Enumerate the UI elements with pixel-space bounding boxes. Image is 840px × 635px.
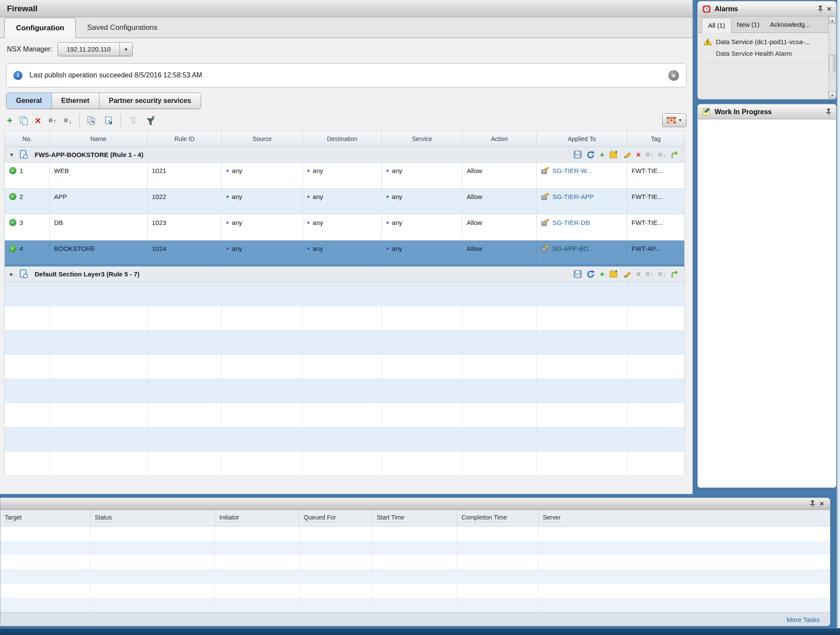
expand-icon[interactable]: ►	[9, 271, 15, 277]
more-tasks-link[interactable]: More Tasks	[787, 616, 820, 623]
copy-rule-icon[interactable]	[20, 116, 28, 125]
col-no[interactable]: No.	[5, 131, 50, 147]
col-completion-time[interactable]: Completion Time	[457, 510, 539, 526]
security-group-icon	[541, 245, 549, 252]
close-icon[interactable]: ×	[827, 5, 831, 13]
move-section-down-icon[interactable]: ≡↓	[658, 151, 666, 159]
rule-row-app[interactable]: ✓2 APP 1022 *any *any *any Allow SG-TIER…	[4, 189, 685, 215]
col-queued-for[interactable]: Queued For	[299, 510, 372, 526]
alarms-tab-new[interactable]: New (1)	[731, 16, 765, 32]
empty-task-row	[0, 598, 830, 612]
refresh-section-icon[interactable]	[587, 270, 595, 279]
col-status[interactable]: Status	[90, 510, 215, 526]
view-tab-partner-security-services[interactable]: Partner security services	[99, 93, 201, 109]
rule-action: Allow	[462, 189, 537, 214]
rule-row-db[interactable]: ✓3 DB 1023 *any *any *any Allow SG-TIER-…	[4, 215, 685, 241]
banner-close-icon[interactable]: ×	[668, 70, 679, 81]
merge-section-icon[interactable]	[671, 270, 678, 278]
window-edge	[837, 0, 840, 628]
tab-configuration[interactable]: Configuration	[4, 18, 76, 38]
rule-no: 4	[19, 245, 23, 252]
scroll-thumb[interactable]	[829, 55, 835, 72]
col-destination[interactable]: Destination	[303, 131, 382, 147]
empty-rule-row	[4, 379, 685, 403]
scroll-up-icon[interactable]: ▲	[829, 17, 836, 24]
move-section-up-icon[interactable]: ≡↑	[645, 151, 653, 159]
alarms-scrollbar[interactable]: ▲ ▼	[828, 17, 836, 99]
alarms-tab-all[interactable]: All (1)	[702, 18, 731, 33]
rule-no: 1	[19, 167, 23, 174]
merge-section-icon[interactable]	[671, 151, 678, 159]
rule-tag: FWT-AP...	[627, 241, 684, 264]
paste-rules-icon[interactable]	[104, 116, 113, 125]
move-section-up-icon[interactable]: ≡↑	[645, 270, 653, 279]
nsx-manager-value: 192.11.220.110	[58, 43, 119, 56]
view-tab-general[interactable]: General	[6, 93, 52, 109]
copy-rules-icon[interactable]	[87, 116, 96, 125]
applied-to-link[interactable]: SG-TIER-W...	[552, 167, 592, 174]
alarm-item[interactable]: Data Service (dc1-pod11-vcsa-...	[703, 38, 825, 45]
edit-section-icon[interactable]	[623, 151, 632, 159]
column-chooser-button[interactable]: ▼	[662, 113, 686, 127]
close-icon[interactable]: ×	[820, 500, 824, 507]
pin-icon[interactable]	[826, 109, 831, 115]
add-rule-in-section-icon[interactable]: +	[600, 151, 605, 159]
add-rule-in-section-icon[interactable]: +	[600, 270, 605, 278]
section-fws-app-bookstore[interactable]: ▼ FWS-APP-BOOKSTORE (Rule 1 - 4) + × ≡↑ …	[4, 147, 685, 163]
applied-to-link[interactable]: SG-TIER-DB	[552, 219, 590, 226]
view-tab-ethernet[interactable]: Ethernet	[52, 93, 99, 109]
edit-section-icon[interactable]	[623, 270, 632, 278]
nsx-manager-dropdown[interactable]: 192.11.220.110 ▼	[58, 42, 133, 56]
collapse-icon[interactable]: ▼	[9, 152, 15, 158]
scroll-down-icon[interactable]: ▼	[829, 92, 836, 99]
col-name[interactable]: Name	[50, 131, 147, 147]
col-service[interactable]: Service	[382, 131, 462, 147]
alarms-tab-acknowledged[interactable]: Acknowledg...	[765, 16, 815, 32]
work-in-progress-icon	[702, 108, 711, 116]
rule-action: Allow	[462, 163, 537, 188]
add-section-folder-icon[interactable]	[609, 151, 619, 159]
firewall-rules-table: No. Name Rule ID Source Destination Serv…	[4, 131, 685, 476]
empty-task-row	[0, 541, 830, 555]
tab-saved-configurations[interactable]: Saved Configurations	[76, 17, 169, 38]
rule-destination: any	[313, 219, 323, 226]
delete-section-icon[interactable]: ×	[636, 151, 641, 159]
dropdown-arrow-icon[interactable]: ▼	[119, 43, 132, 56]
col-applied-to[interactable]: Applied To	[537, 131, 627, 147]
col-server[interactable]: Server	[539, 510, 830, 526]
rule-service: any	[392, 245, 402, 252]
rule-row-bookstore-selected[interactable]: ✓4 BOOKSTORE 1024 *any *any *any Allow S…	[4, 241, 685, 266]
empty-rule-rows	[4, 282, 685, 476]
save-section-icon[interactable]	[574, 151, 582, 159]
refresh-section-icon[interactable]	[587, 151, 595, 159]
save-section-icon[interactable]	[574, 270, 582, 278]
rule-no: 2	[19, 193, 23, 200]
rule-row-web[interactable]: ✓1 WEB 1021 *any *any *any Allow SG-TIER…	[4, 163, 685, 189]
delete-rule-icon[interactable]: ×	[35, 115, 41, 126]
pin-icon[interactable]	[810, 500, 815, 507]
col-start-time[interactable]: Start Time	[372, 510, 457, 526]
applied-to-link[interactable]: SG-APP-BO...	[552, 245, 594, 252]
add-section-folder-icon[interactable]	[609, 270, 619, 278]
move-rule-up-icon[interactable]: ≡ ↑	[48, 116, 56, 125]
move-rule-down-icon[interactable]: ≡ ↓	[64, 116, 71, 125]
delete-section-icon[interactable]: ×	[636, 270, 641, 278]
col-tag[interactable]: Tag	[627, 131, 684, 147]
applied-to-link[interactable]: SG-TIER-APP	[552, 193, 594, 200]
publish-status-banner: i Last publish operation succeeded 8/5/2…	[6, 63, 686, 87]
pin-icon[interactable]	[818, 6, 823, 13]
rule-destination: any	[313, 167, 323, 174]
rule-tag: FWT-TIE...	[627, 215, 684, 240]
col-source[interactable]: Source	[222, 131, 303, 147]
remove-filter-icon[interactable]	[128, 116, 138, 125]
col-rule-id[interactable]: Rule ID	[147, 131, 222, 147]
add-rule-icon[interactable]: +	[7, 116, 13, 125]
rule-valid-icon: ✓	[9, 245, 16, 252]
col-target[interactable]: Target	[0, 510, 90, 526]
section-default-layer3[interactable]: ► Default Section Layer3 (Rule 5 - 7) + …	[4, 266, 685, 282]
alarm-name: Data Service (dc1-pod11-vcsa-...	[716, 38, 810, 45]
apply-filter-icon[interactable]	[145, 116, 155, 125]
move-section-down-icon[interactable]: ≡↓	[658, 270, 666, 279]
col-initiator[interactable]: Initiator	[215, 510, 299, 526]
col-action[interactable]: Action	[462, 131, 537, 147]
